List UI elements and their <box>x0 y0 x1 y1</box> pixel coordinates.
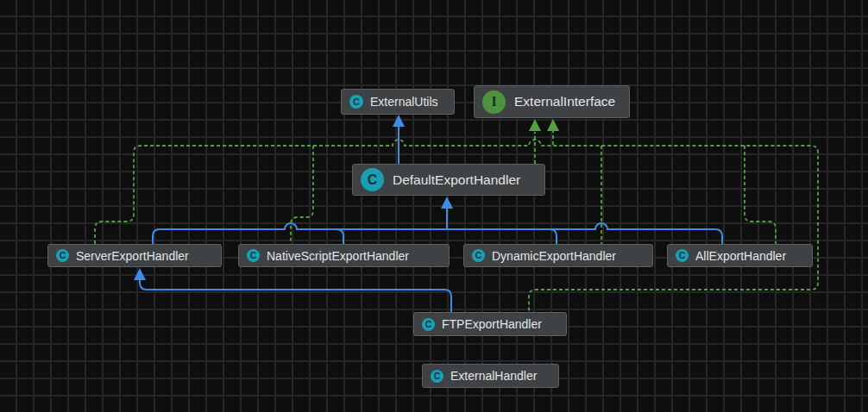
class-icon: C <box>247 249 260 262</box>
interface-icon: I <box>482 91 506 114</box>
edges-layer <box>0 0 868 412</box>
node-label-dynamic-export-handler: DynamicExportHandler <box>492 249 616 263</box>
diagram-node-ftp-export-handler[interactable]: CFTPExportHandler <box>413 312 567 336</box>
diagram-node-external-interface[interactable]: IExternalInterface <box>474 85 630 118</box>
class-icon: C <box>676 249 689 262</box>
diagram-canvas: CExternalUtilsIExternalInterfaceCDefault… <box>0 0 868 412</box>
class-icon: C <box>56 249 69 262</box>
implementation-arrowhead-4 <box>547 119 559 131</box>
diagram-node-all-export-handler[interactable]: CAllExportHandler <box>667 244 813 267</box>
node-label-default-export-handler: DefaultExportHandler <box>393 172 520 188</box>
node-label-external-utils: ExternalUtils <box>370 95 438 109</box>
diagram-node-default-export-handler[interactable]: CDefaultExportHandler <box>352 164 545 196</box>
node-label-external-interface: ExternalInterface <box>514 94 615 109</box>
class-icon: C <box>422 318 435 331</box>
node-label-all-export-handler: AllExportHandler <box>695 249 786 263</box>
edge-subclasses-to-default-export-handler[interactable] <box>153 208 722 245</box>
diagram-node-server-export-handler[interactable]: CServerExportHandler <box>47 244 222 267</box>
inheritance-arrowhead-2 <box>134 268 146 280</box>
node-label-external-handler: ExternalHandler <box>450 369 537 383</box>
implementation-arrowhead-3 <box>529 119 541 131</box>
edge-handlers-to-external-interface[interactable] <box>95 131 818 312</box>
inheritance-arrowhead-1 <box>441 197 453 209</box>
class-icon: C <box>431 370 443 383</box>
node-label-server-export-handler: ServerExportHandler <box>76 249 189 263</box>
class-icon: C <box>361 168 384 191</box>
node-label-native-script-export-handler: NativeScriptExportHandler <box>267 249 409 263</box>
class-icon: C <box>349 95 363 109</box>
node-label-ftp-export-handler: FTPExportHandler <box>442 317 542 331</box>
class-icon: C <box>472 249 485 262</box>
diagram-node-external-handler[interactable]: CExternalHandler <box>422 364 559 388</box>
edge-ftp-export-handler-to-server-export-handler[interactable] <box>140 279 451 312</box>
diagram-node-external-utils[interactable]: CExternalUtils <box>341 89 455 115</box>
inheritance-arrowhead-0 <box>393 115 405 127</box>
diagram-node-native-script-export-handler[interactable]: CNativeScriptExportHandler <box>238 244 450 267</box>
diagram-node-dynamic-export-handler[interactable]: CDynamicExportHandler <box>463 244 653 267</box>
